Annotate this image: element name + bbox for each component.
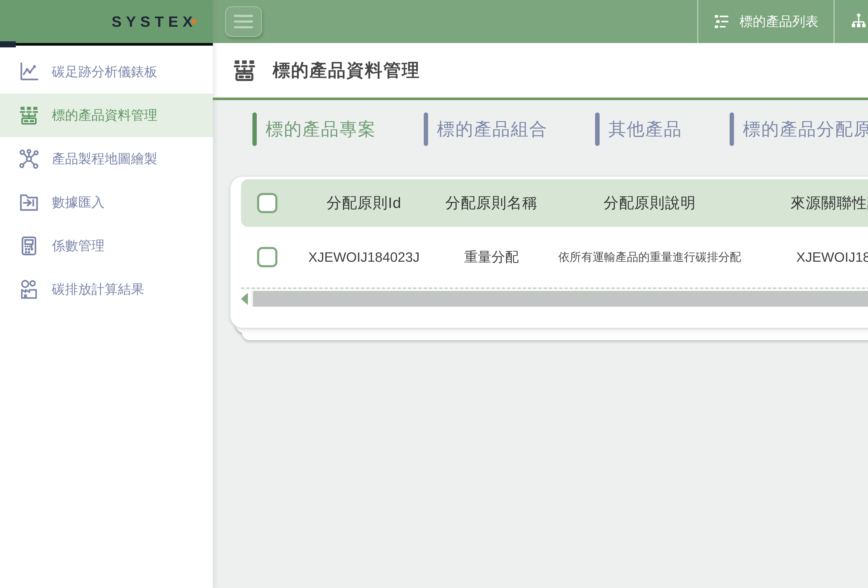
sidebar-divider-notch (0, 41, 16, 47)
data-import-icon (18, 191, 40, 214)
sidebar-item-process-map[interactable]: 產品製程地圖繪製 (0, 137, 213, 181)
scroll-left-arrow-icon[interactable] (241, 293, 248, 305)
table-row[interactable]: XJEWOIJ184023J 重量分配 依所有運輸產品的重量進行碳排分配 XJE… (241, 227, 868, 287)
table-header-row: 分配原則Id 分配原則名稱 分配原則說明 來源關聯性識別碼 建立日期 建立人 修… (241, 179, 868, 227)
cell-allocation-id: XJEWOIJ184023J (294, 249, 434, 265)
scrollbar-thumb[interactable] (253, 291, 868, 307)
coefficient-icon (18, 234, 40, 257)
table-horizontal-scrollbar (241, 290, 868, 308)
sidebar: SYSTEX 碳足跡分析儀錶板 (0, 0, 213, 588)
sidebar-item-data-import[interactable]: 數據匯入 (0, 181, 213, 224)
column-header-allocation-description[interactable]: 分配原則說明 (549, 193, 751, 213)
sidebar-item-label: 標的產品資料管理 (52, 106, 158, 124)
sidebar-item-target-product-data[interactable]: 標的產品資料管理 (0, 94, 213, 137)
sidebar-item-label: 係數管理 (52, 237, 105, 255)
title-bar: 標的產品資料管理 Add New (213, 43, 868, 100)
tab-indicator-bar (424, 112, 428, 146)
cell-source-ref: XJEWOIJ184023J (751, 249, 868, 265)
column-header-allocation-name[interactable]: 分配原則名稱 (434, 193, 549, 213)
brand-logo[interactable]: SYSTEX (112, 13, 197, 30)
column-header-source-ref[interactable]: 來源關聯性識別碼 (751, 193, 868, 213)
sidebar-item-label: 碳足跡分析儀錶板 (52, 63, 158, 81)
column-header-allocation-id[interactable]: 分配原則Id (294, 193, 434, 213)
tab-target-product-project[interactable]: 標的產品專案 (252, 112, 376, 146)
product-data-icon (18, 104, 40, 127)
sidebar-item-emission-results[interactable]: 碳排放計算結果 (0, 268, 213, 311)
table-card: 分配原則Id 分配原則名稱 分配原則說明 來源關聯性識別碼 建立日期 建立人 修… (230, 177, 868, 328)
page-title: 標的產品資料管理 (273, 59, 420, 82)
sidebar-item-carbon-dashboard[interactable]: 碳足跡分析儀錶板 (0, 50, 213, 94)
tab-other-products[interactable]: 其他產品 (595, 112, 682, 146)
sidebar-logo-area[interactable]: SYSTEX (0, 0, 213, 43)
scrollbar-track[interactable] (251, 291, 868, 307)
cell-allocation-name: 重量分配 (434, 248, 549, 266)
header-item-product-list[interactable]: 標的產品列表 (698, 0, 834, 43)
header-nav: 標的產品列表 公司/組織資料管理 (697, 0, 868, 43)
hamburger-menu-button[interactable] (225, 6, 262, 37)
top-header: 標的產品列表 公司/組織資料管理 (213, 0, 868, 43)
emission-result-icon (18, 278, 40, 301)
select-all-cell (241, 193, 294, 213)
dashboard-chart-icon (18, 60, 40, 83)
table-bottom-dashed-divider (241, 287, 868, 289)
tab-allocation-principle[interactable]: 標的產品分配原則 (730, 112, 868, 146)
product-list-icon (713, 12, 732, 31)
tab-indicator-bar (730, 112, 734, 146)
tab-indicator-bar (252, 112, 257, 146)
header-item-org-management[interactable]: 公司/組織資料管理 (834, 0, 868, 43)
org-chart-icon (849, 12, 868, 31)
select-all-checkbox[interactable] (257, 193, 277, 213)
tab-target-product-portfolio[interactable]: 標的產品組合 (424, 112, 548, 146)
sidebar-item-coefficient[interactable]: 係數管理 (0, 224, 213, 268)
page-title-icon (231, 57, 258, 84)
sidebar-top-divider (0, 43, 213, 46)
card-stack-layer (242, 332, 868, 340)
row-checkbox[interactable] (257, 247, 277, 267)
sidebar-item-label: 數據匯入 (52, 193, 105, 211)
tab-bar: 標的產品專案 標的產品組合 其他產品 標的產品分配原則 產品組成 質量平衡檢驗 (252, 112, 868, 146)
tab-indicator-bar (595, 112, 599, 146)
process-map-icon (18, 147, 40, 171)
header-item-label: 標的產品列表 (740, 13, 819, 31)
app-root: SYSTEX 碳足跡分析儀錶板 (0, 0, 868, 588)
row-select-cell (241, 247, 294, 267)
cell-allocation-description: 依所有運輸產品的重量進行碳排分配 (549, 249, 751, 265)
sidebar-nav: 碳足跡分析儀錶板 標的產品資料管理 (0, 46, 213, 311)
sidebar-item-label: 產品製程地圖繪製 (52, 150, 158, 168)
sidebar-item-label: 碳排放計算結果 (52, 280, 144, 298)
